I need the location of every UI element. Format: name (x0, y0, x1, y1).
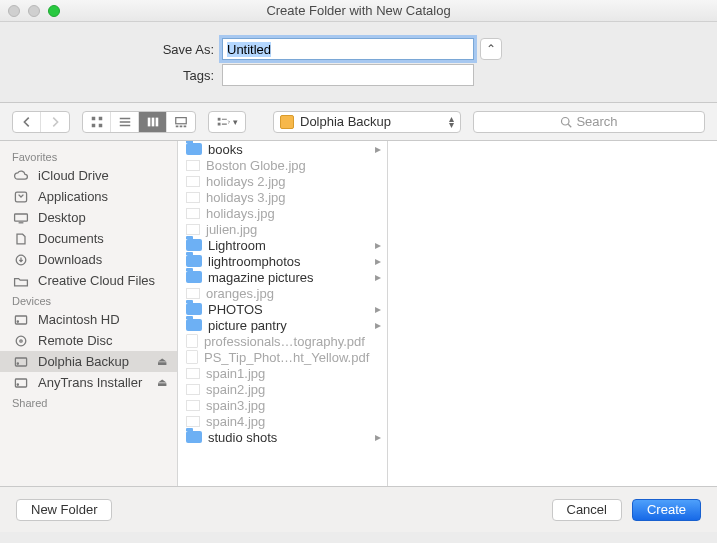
sidebar-item-applications[interactable]: Applications (0, 186, 177, 207)
view-icons-button[interactable] (83, 112, 111, 132)
save-controls: Save As: ⌃ Tags: (0, 22, 717, 103)
sidebar-item-anytrans-installer[interactable]: AnyTrans Installer⏏ (0, 372, 177, 393)
svg-rect-11 (217, 117, 220, 120)
file-row: spain3.jpg (178, 397, 387, 413)
expand-collapse-button[interactable]: ⌃ (480, 38, 502, 60)
file-row: holidays.jpg (178, 205, 387, 221)
titlebar: Create Folder with New Catalog (0, 0, 717, 22)
file-name: PHOTOS (208, 302, 263, 317)
svg-rect-21 (15, 358, 26, 366)
file-icon (186, 350, 198, 364)
sidebar-item-label: Creative Cloud Files (38, 273, 155, 288)
sidebar-item-dolphia-backup[interactable]: Dolphia Backup⏏ (0, 351, 177, 372)
file-row: spain2.jpg (178, 381, 387, 397)
file-name: picture pantry (208, 318, 287, 333)
file-row: oranges.jpg (178, 285, 387, 301)
svg-point-24 (17, 383, 18, 384)
chevron-right-icon: ▸ (375, 270, 381, 284)
sidebar-item-icloud-drive[interactable]: iCloud Drive (0, 165, 177, 186)
tags-input[interactable] (222, 64, 474, 86)
grid-icon (90, 115, 104, 129)
eject-icon[interactable]: ⏏ (157, 376, 167, 389)
preview-column (388, 141, 717, 486)
image-icon (186, 192, 200, 203)
svg-rect-1 (98, 116, 102, 120)
svg-rect-23 (15, 379, 26, 387)
close-icon[interactable] (8, 5, 20, 17)
back-button[interactable] (13, 112, 41, 132)
view-columns-button[interactable] (139, 112, 167, 132)
file-row: spain4.jpg (178, 413, 387, 429)
sidebar-item-documents[interactable]: Documents (0, 228, 177, 249)
columns-icon (146, 115, 160, 129)
sidebar-item-remote-disc[interactable]: Remote Disc (0, 330, 177, 351)
svg-rect-3 (98, 123, 102, 127)
sidebar-header-devices: Devices (0, 291, 177, 309)
create-button[interactable]: Create (632, 499, 701, 521)
chevron-right-icon (48, 115, 62, 129)
disc-icon (12, 334, 30, 348)
sidebar-header-shared: Shared (0, 393, 177, 411)
sidebar-item-label: Downloads (38, 252, 102, 267)
sidebar-item-label: Dolphia Backup (38, 354, 129, 369)
sidebar-item-label: Macintosh HD (38, 312, 120, 327)
search-field[interactable]: Search (473, 111, 705, 133)
view-list-button[interactable] (111, 112, 139, 132)
file-row: PS_Tip_Phot…ht_Yellow.pdf (178, 349, 387, 365)
folder-row[interactable]: magazine pictures▸ (178, 269, 387, 285)
svg-point-22 (17, 362, 18, 363)
file-name: Boston Globe.jpg (206, 158, 306, 173)
chevron-right-icon: ▸ (375, 238, 381, 252)
save-as-input[interactable] (222, 38, 474, 60)
image-icon (186, 160, 200, 171)
image-icon (186, 400, 200, 411)
minimize-icon[interactable] (28, 5, 40, 17)
group-by-button[interactable]: ▾ (208, 111, 246, 133)
image-icon (186, 224, 200, 235)
hd-icon (12, 355, 30, 369)
folder-row[interactable]: PHOTOS▸ (178, 301, 387, 317)
browser-toolbar: ▾ Dolphia Backup ▴▾ Search (0, 103, 717, 141)
file-name: Lightroom (208, 238, 266, 253)
folder-row[interactable]: studio shots▸ (178, 429, 387, 445)
image-icon (186, 208, 200, 219)
svg-rect-8 (176, 125, 179, 127)
file-name: spain2.jpg (206, 382, 265, 397)
file-column[interactable]: books▸Boston Globe.jpgholidays 2.jpgholi… (178, 141, 388, 486)
folder-row[interactable]: books▸ (178, 141, 387, 157)
folder-row[interactable]: Lightroom▸ (178, 237, 387, 253)
cancel-button[interactable]: Cancel (552, 499, 622, 521)
eject-icon[interactable]: ⏏ (157, 355, 167, 368)
hd-icon (12, 376, 30, 390)
sidebar-item-desktop[interactable]: Desktop (0, 207, 177, 228)
sidebar-item-label: Remote Disc (38, 333, 112, 348)
sidebar-item-macintosh-hd[interactable]: Macintosh HD (0, 309, 177, 330)
sidebar-item-creative-cloud-files[interactable]: Creative Cloud Files (0, 270, 177, 291)
location-popup[interactable]: Dolphia Backup ▴▾ (273, 111, 461, 133)
sidebar-item-downloads[interactable]: Downloads (0, 249, 177, 270)
folder-icon (12, 274, 30, 288)
sidebar-item-label: AnyTrans Installer (38, 375, 142, 390)
svg-rect-0 (91, 116, 95, 120)
file-name: spain3.jpg (206, 398, 265, 413)
svg-rect-2 (91, 123, 95, 127)
zoom-icon[interactable] (48, 5, 60, 17)
save-as-label: Save As: (0, 42, 222, 57)
new-folder-button[interactable]: New Folder (16, 499, 112, 521)
sidebar-header-favorites: Favorites (0, 147, 177, 165)
folder-icon (186, 319, 202, 331)
view-gallery-button[interactable] (167, 112, 195, 132)
svg-point-20 (20, 339, 22, 341)
cloud-icon (12, 169, 30, 183)
folder-row[interactable]: lightroomphotos▸ (178, 253, 387, 269)
file-row: spain1.jpg (178, 365, 387, 381)
list-icon (118, 115, 132, 129)
svg-point-18 (17, 320, 18, 321)
forward-button[interactable] (41, 112, 69, 132)
svg-rect-5 (151, 117, 154, 126)
sidebar-item-label: Documents (38, 231, 104, 246)
file-browser: Favorites iCloud DriveApplicationsDeskto… (0, 141, 717, 486)
folder-row[interactable]: picture pantry▸ (178, 317, 387, 333)
stepper-icon: ▴▾ (449, 116, 454, 128)
svg-rect-12 (217, 122, 220, 125)
